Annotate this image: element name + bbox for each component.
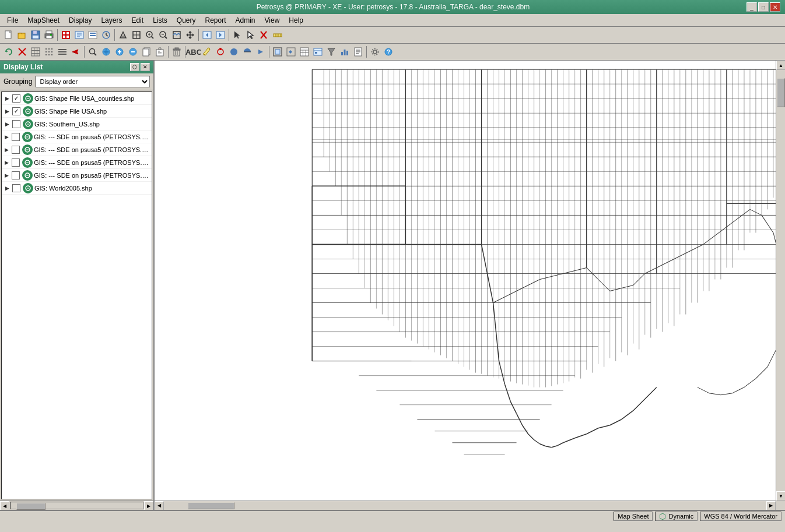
layer-item[interactable]: ▶ GIS: World2005.shp — [2, 182, 152, 195]
tb2-settings[interactable] — [369, 45, 381, 58]
tb2-dotgrid[interactable] — [43, 45, 55, 58]
layer-checkbox[interactable] — [12, 94, 20, 103]
menu-help[interactable]: Help — [284, 15, 308, 26]
tb2-pencil[interactable] — [201, 45, 213, 58]
tb2-map-add[interactable] — [113, 45, 126, 58]
expand-icon[interactable]: ▶ — [3, 94, 11, 103]
menu-mapsheet[interactable]: MapSheet — [23, 15, 64, 26]
vscroll-thumb[interactable] — [777, 78, 785, 107]
tb-btn-zoom-out[interactable] — [157, 29, 170, 41]
menu-query[interactable]: Query — [172, 15, 201, 26]
tb-btn-magnify[interactable] — [143, 29, 156, 41]
tb2-text[interactable]: ABC — [187, 45, 200, 58]
tb-btn-9[interactable] — [117, 29, 129, 41]
tb-btn-prev[interactable] — [201, 29, 213, 41]
tb2-report[interactable] — [352, 45, 365, 58]
menu-view[interactable]: View — [260, 15, 285, 26]
menu-lists[interactable]: Lists — [148, 15, 172, 26]
tb2-zoom-region[interactable] — [271, 45, 284, 58]
print-button[interactable] — [43, 29, 55, 41]
close-button[interactable]: ✕ — [770, 2, 780, 12]
layer-item[interactable]: ▶ GIS: --- SDE on psusa5 (PETROSYS.USA..… — [2, 143, 152, 156]
tb-btn-5[interactable] — [59, 29, 72, 41]
menu-file[interactable]: File — [2, 15, 23, 26]
menu-admin[interactable]: Admin — [231, 15, 260, 26]
minimize-button[interactable]: _ — [747, 2, 757, 12]
tb2-globe[interactable] — [100, 45, 113, 58]
tb-btn-delete[interactable] — [258, 29, 271, 41]
tb-btn-select[interactable] — [231, 29, 244, 41]
tb-btn-next[interactable] — [214, 29, 227, 41]
expand-icon[interactable]: ▶ — [3, 171, 10, 179]
tb-btn-8[interactable] — [100, 29, 113, 41]
open-button[interactable] — [16, 29, 29, 41]
tb2-circle[interactable] — [227, 45, 240, 58]
tb2-arrow-right[interactable] — [254, 45, 267, 58]
tb-btn-6[interactable] — [73, 29, 86, 41]
expand-icon[interactable]: ▶ — [3, 146, 10, 154]
layer-checkbox[interactable] — [12, 158, 20, 167]
layer-checkbox[interactable] — [12, 120, 20, 128]
tb2-data-view[interactable] — [311, 45, 324, 58]
layer-item[interactable]: ▶ GIS: --- SDE on psusa5 (PETROSYS.GO... — [2, 169, 152, 182]
layer-item[interactable]: ▶ GIS: --- SDE on psusa5 (PETROSYS.USA..… — [2, 131, 152, 143]
expand-icon[interactable]: ▶ — [3, 184, 11, 192]
tb2-paste[interactable] — [153, 45, 166, 58]
layer-item[interactable]: ▶ GIS: --- SDE on psusa5 (PETROSYS.GO... — [2, 156, 152, 169]
scroll-down[interactable]: ▼ — [776, 491, 785, 501]
layer-checkbox[interactable] — [12, 171, 20, 179]
tb2-help[interactable]: ? — [382, 45, 395, 58]
maximize-button[interactable]: □ — [758, 2, 769, 12]
tb2-copy[interactable] — [140, 45, 153, 58]
hscroll-thumb[interactable] — [188, 502, 234, 509]
tb2-map-del[interactable] — [127, 45, 139, 58]
save-button[interactable] — [29, 29, 42, 41]
layer-item[interactable]: ▶ GIS: Shape File USA.shp — [2, 105, 152, 118]
layer-item[interactable]: ▶ GIS: Shape File USA_counties.shp — [2, 92, 152, 105]
tb-btn-node[interactable] — [244, 29, 257, 41]
tb-btn-ruler[interactable] — [271, 29, 284, 41]
scroll-up[interactable]: ▲ — [776, 61, 785, 70]
tb-btn-zoom-fit[interactable] — [170, 29, 183, 41]
tb-btn-7[interactable] — [86, 29, 99, 41]
tb2-filter[interactable] — [325, 45, 338, 58]
tb2-half-circle[interactable] — [241, 45, 254, 58]
tb2-cross[interactable] — [16, 45, 29, 58]
expand-icon[interactable]: ▶ — [3, 158, 10, 167]
layer-checkbox[interactable] — [12, 107, 20, 115]
hscroll-thumb[interactable] — [16, 503, 45, 510]
tb2-lines[interactable] — [56, 45, 69, 58]
menu-display[interactable]: Display — [64, 15, 96, 26]
menu-edit[interactable]: Edit — [127, 15, 148, 26]
tb2-search[interactable] — [86, 45, 99, 58]
layer-item[interactable]: ▶ GIS: Southern_US.shp — [2, 118, 152, 131]
tb2-chart[interactable] — [338, 45, 351, 58]
expand-icon[interactable]: ▶ — [3, 107, 11, 115]
grouping-select[interactable]: Display order Layer type Alphabetical — [36, 76, 150, 87]
layer-checkbox[interactable] — [12, 133, 20, 141]
layer-gis-icon — [23, 119, 33, 129]
new-button[interactable] — [2, 29, 15, 41]
tb2-grid[interactable] — [29, 45, 42, 58]
panel-close-button[interactable]: ✕ — [141, 63, 150, 71]
map-area[interactable]: ▲ ▼ ◀ ▶ — [155, 61, 785, 510]
menu-report[interactable]: Report — [201, 15, 231, 26]
scroll-left[interactable]: ◀ — [0, 501, 9, 510]
tb2-zoom-in[interactable] — [285, 45, 297, 58]
tb-btn-pan[interactable] — [184, 29, 197, 41]
scroll-left[interactable]: ◀ — [155, 501, 164, 510]
tb2-arrow[interactable] — [69, 45, 82, 58]
tb2-table[interactable] — [298, 45, 311, 58]
tb2-refresh[interactable] — [2, 45, 15, 58]
tb-btn-10[interactable] — [130, 29, 143, 41]
scroll-right[interactable]: ▶ — [766, 501, 776, 510]
expand-icon[interactable]: ▶ — [3, 133, 10, 141]
layer-checkbox[interactable] — [12, 184, 20, 192]
tb2-polygon[interactable] — [214, 45, 227, 58]
tb2-trash[interactable] — [170, 45, 183, 58]
expand-icon[interactable]: ▶ — [3, 120, 11, 128]
scroll-right[interactable]: ▶ — [144, 501, 153, 510]
layer-checkbox[interactable] — [12, 146, 20, 154]
panel-float-button[interactable]: ⬡ — [130, 63, 139, 71]
menu-layers[interactable]: Layers — [96, 15, 127, 26]
